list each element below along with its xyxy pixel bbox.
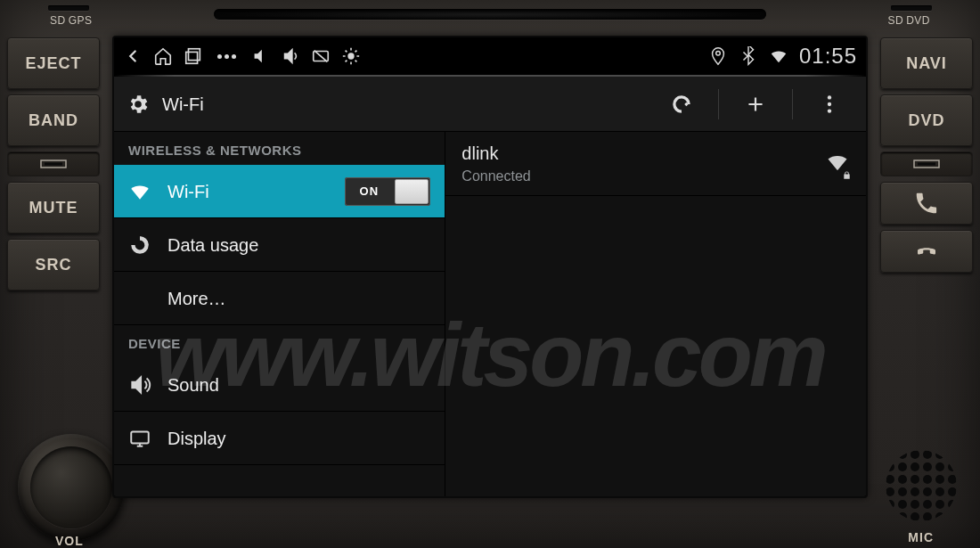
wifi-pane[interactable]: dlink Connected bbox=[445, 132, 866, 496]
location-icon bbox=[708, 46, 728, 66]
nav-data-usage[interactable]: Data usage bbox=[114, 218, 445, 272]
data-usage-icon bbox=[128, 233, 151, 257]
svg-line-14 bbox=[355, 61, 357, 62]
aux-slot[interactable] bbox=[880, 151, 973, 176]
nav-more-label: More… bbox=[167, 290, 430, 307]
settings-body: WIRELESS & NETWORKS Wi-Fi ON Data usage … bbox=[114, 132, 866, 496]
svg-point-17 bbox=[828, 95, 831, 99]
network-ssid: dlink bbox=[461, 143, 825, 164]
sound-icon bbox=[128, 373, 151, 397]
usb-slot[interactable] bbox=[7, 151, 100, 176]
wifi-secure-icon bbox=[825, 150, 850, 178]
brightness-icon[interactable] bbox=[341, 46, 361, 66]
wps-button[interactable] bbox=[657, 77, 706, 132]
nav-data-usage-label: Data usage bbox=[167, 236, 430, 254]
section-wireless: WIRELESS & NETWORKS bbox=[114, 132, 445, 165]
nav-more[interactable]: More… bbox=[114, 272, 445, 325]
actionbar-title: Wi-Fi bbox=[162, 95, 204, 113]
overflow-icon bbox=[818, 93, 841, 116]
headunit-faceplate: SDGPS SDDVD EJECT BAND MUTE SRC NAVI DVD… bbox=[0, 0, 980, 548]
right-button-column: NAVI DVD bbox=[873, 37, 980, 273]
back-chevron-icon[interactable] bbox=[123, 46, 143, 66]
nav-sound[interactable]: Sound bbox=[114, 358, 445, 412]
overflow-button[interactable] bbox=[805, 77, 853, 132]
eject-button[interactable]: EJECT bbox=[7, 37, 100, 89]
volume-knob[interactable] bbox=[18, 434, 125, 541]
nav-sound-label: Sound bbox=[167, 376, 430, 394]
wifi-status-icon bbox=[769, 46, 788, 66]
mic-grille bbox=[886, 450, 957, 521]
status-bar[interactable]: 01:55 bbox=[114, 37, 866, 75]
svg-point-8 bbox=[347, 53, 354, 59]
settings-gear-icon[interactable] bbox=[127, 93, 150, 116]
nav-display[interactable]: Display bbox=[114, 412, 445, 465]
network-status: Connected bbox=[461, 168, 825, 184]
section-device: DEVICE bbox=[114, 325, 445, 358]
recents-icon[interactable] bbox=[184, 46, 203, 66]
bluetooth-icon bbox=[739, 46, 758, 66]
screen-off-icon[interactable] bbox=[311, 46, 331, 66]
wifi-icon bbox=[128, 180, 151, 203]
svg-point-18 bbox=[828, 102, 831, 105]
navi-button[interactable]: NAVI bbox=[880, 37, 973, 89]
action-bar: Wi-Fi bbox=[114, 77, 866, 132]
mute-button[interactable]: MUTE bbox=[7, 182, 100, 233]
actionbar-separator-2 bbox=[792, 89, 793, 119]
svg-line-13 bbox=[346, 51, 347, 53]
android-screen: 01:55 Wi-Fi WIRELESS & NETWORKS bbox=[112, 36, 868, 498]
volume-up-icon[interactable] bbox=[281, 46, 300, 66]
dots-icon bbox=[217, 54, 236, 59]
add-network-button[interactable] bbox=[731, 77, 780, 132]
mic-label: MIC bbox=[908, 530, 934, 544]
sd-label-dvd: SDDVD bbox=[887, 14, 930, 26]
wifi-switch-state: ON bbox=[345, 177, 393, 206]
src-button[interactable]: SRC bbox=[7, 239, 100, 290]
display-icon bbox=[128, 427, 151, 450]
svg-rect-20 bbox=[131, 431, 149, 443]
band-button[interactable]: BAND bbox=[7, 94, 100, 146]
nav-display-label: Display bbox=[167, 429, 430, 447]
sd-slot-dvd[interactable] bbox=[891, 5, 932, 11]
call-answer-button[interactable] bbox=[880, 182, 973, 225]
wifi-switch-thumb bbox=[395, 179, 429, 204]
volume-down-icon[interactable] bbox=[250, 46, 270, 66]
disc-slot[interactable] bbox=[214, 9, 766, 20]
settings-nav[interactable]: WIRELESS & NETWORKS Wi-Fi ON Data usage … bbox=[114, 132, 445, 496]
svg-line-16 bbox=[346, 61, 347, 62]
wps-icon bbox=[670, 93, 693, 116]
wifi-switch[interactable]: ON bbox=[345, 177, 430, 206]
dvd-button[interactable]: DVD bbox=[880, 94, 973, 146]
nav-wifi-label: Wi-Fi bbox=[167, 183, 329, 200]
call-hangup-button[interactable] bbox=[880, 230, 973, 273]
sd-slot-gps[interactable] bbox=[48, 5, 89, 11]
network-item[interactable]: dlink Connected bbox=[445, 132, 866, 196]
home-outline-icon[interactable] bbox=[153, 46, 173, 66]
svg-line-15 bbox=[355, 51, 357, 53]
svg-line-7 bbox=[314, 51, 328, 62]
sd-label-gps: SDGPS bbox=[50, 14, 93, 26]
volume-label: VOL bbox=[55, 534, 84, 548]
svg-rect-1 bbox=[45, 163, 62, 166]
clock: 01:55 bbox=[799, 45, 857, 67]
plus-icon bbox=[744, 93, 767, 116]
svg-point-19 bbox=[828, 109, 831, 112]
svg-rect-3 bbox=[918, 163, 935, 166]
actionbar-separator bbox=[718, 89, 719, 119]
status-left bbox=[123, 46, 361, 66]
status-right: 01:55 bbox=[708, 45, 857, 67]
nav-wifi[interactable]: Wi-Fi ON bbox=[114, 165, 445, 218]
left-button-column: EJECT BAND MUTE SRC bbox=[0, 37, 107, 290]
